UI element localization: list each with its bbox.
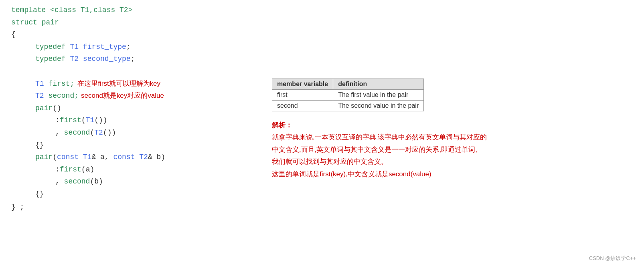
- annotation-title: 解析：: [272, 119, 487, 132]
- annotation-line-3: 我们就可以找到与其对应的中文含义。: [272, 156, 487, 168]
- code-line-14: :first(a): [11, 163, 264, 176]
- table-header-definition: definition: [333, 79, 424, 89]
- annotation-line-2: 中文含义,而且,英文单词与其中文含义是一一对应的关系,即通过单词,: [272, 144, 487, 156]
- code-line-4: typedef T1 first_type;: [11, 41, 633, 53]
- page-container: template <class T1,class T2> struct pair…: [11, 4, 633, 213]
- code-line-11: , second(T2()): [11, 127, 264, 139]
- code-line-2: struct pair: [11, 16, 633, 29]
- table-cell-def-1: The second value in the pair: [333, 100, 424, 111]
- annotation-block: 解析： 就拿字典来说,一本英汉互译的字典,该字典中必然有英文单词与其对应的 中文…: [272, 119, 487, 181]
- code-line-close: } ;: [11, 201, 633, 214]
- code-line-7: T1 first; 在这里first就可以理解为key: [11, 78, 264, 90]
- kw-template: template <class T1,class T2>: [11, 6, 132, 14]
- annotation-line-4: 这里的单词就是first(key),中文含义就是second(value): [272, 168, 487, 181]
- watermark: CSDN @炒饭学C++: [589, 255, 636, 262]
- table-cell-member-1: second: [272, 100, 333, 111]
- table-cell-member-0: first: [272, 89, 333, 100]
- code-line-8: T2 second; second就是key对应的value: [11, 90, 264, 102]
- comment-second: second就是key对应的value: [81, 90, 164, 102]
- code-line-16: {}: [11, 188, 264, 200]
- code-line-5: typedef T2 second_type;: [11, 53, 633, 65]
- code-left: T1 first; 在这里first就可以理解为key T2 second; s…: [11, 78, 264, 200]
- code-line-9: pair(): [11, 102, 264, 115]
- kw-pair: pair: [42, 18, 59, 26]
- annotation-line-1: 就拿字典来说,一本英汉互译的字典,该字典中必然有英文单词与其对应的: [272, 131, 487, 144]
- code-line-12: {}: [11, 139, 264, 151]
- table-cell-def-0: The first value in the pair: [333, 89, 424, 100]
- member-variable-table: member variable definition first The fir…: [272, 79, 424, 111]
- code-line-10: :first(T1()): [11, 114, 264, 127]
- kw-struct: struct: [11, 18, 42, 26]
- code-line-1: template <class T1,class T2>: [11, 4, 633, 16]
- main-split: T1 first; 在这里first就可以理解为key T2 second; s…: [11, 78, 633, 200]
- table-header-member: member variable: [272, 79, 333, 89]
- code-line-13: pair(const T1& a, const T2& b): [11, 151, 264, 163]
- table-row: second The second value in the pair: [272, 100, 424, 111]
- right-panel: member variable definition first The fir…: [272, 79, 487, 181]
- comment-first: 在这里first就可以理解为key: [77, 78, 160, 90]
- code-line-15: , second(b): [11, 175, 264, 188]
- table-row: first The first value in the pair: [272, 89, 424, 100]
- code-line-3: {: [11, 28, 633, 41]
